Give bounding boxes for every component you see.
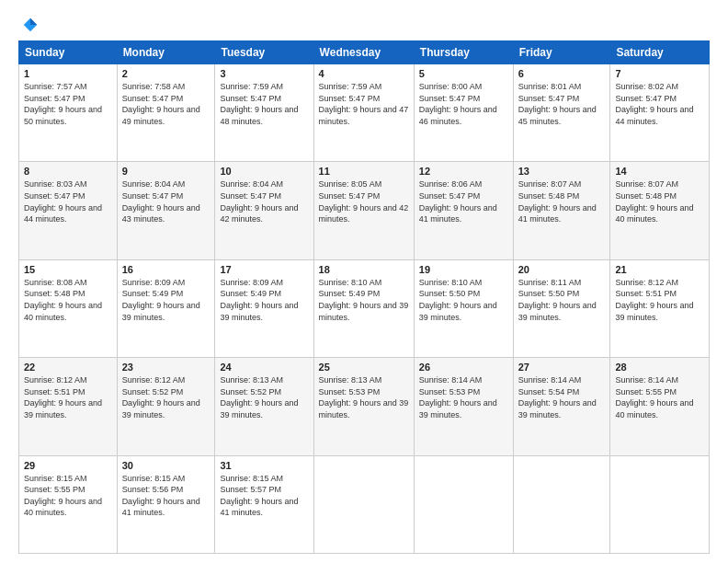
empty-cell: [513, 455, 610, 553]
day-detail: Sunrise: 8:09 AMSunset: 5:49 PMDaylight:…: [122, 277, 210, 323]
day-cell-8: 8 Sunrise: 8:03 AMSunset: 5:47 PMDayligh…: [19, 162, 118, 259]
day-number: 4: [319, 68, 409, 79]
day-cell-6: 6 Sunrise: 8:01 AMSunset: 5:47 PMDayligh…: [513, 64, 610, 162]
day-detail: Sunrise: 8:00 AMSunset: 5:47 PMDaylight:…: [419, 81, 508, 127]
day-cell-4: 4 Sunrise: 7:59 AMSunset: 5:47 PMDayligh…: [313, 64, 414, 162]
day-number: 30: [122, 460, 210, 471]
day-detail: Sunrise: 8:12 AMSunset: 5:51 PMDaylight:…: [615, 277, 704, 323]
day-cell-17: 17 Sunrise: 8:09 AMSunset: 5:49 PMDaylig…: [215, 259, 313, 357]
day-number: 8: [24, 166, 112, 177]
day-detail: Sunrise: 8:14 AMSunset: 5:53 PMDaylight:…: [419, 374, 508, 420]
day-detail: Sunrise: 8:15 AMSunset: 5:55 PMDaylight:…: [24, 473, 112, 519]
day-detail: Sunrise: 8:11 AMSunset: 5:50 PMDaylight:…: [518, 277, 606, 323]
day-cell-19: 19 Sunrise: 8:10 AMSunset: 5:50 PMDaylig…: [414, 259, 513, 357]
day-number: 16: [122, 264, 210, 275]
day-detail: Sunrise: 8:04 AMSunset: 5:47 PMDaylight:…: [122, 178, 210, 224]
svg-marker-1: [30, 18, 37, 25]
day-cell-7: 7 Sunrise: 8:02 AMSunset: 5:47 PMDayligh…: [610, 64, 710, 162]
day-cell-14: 14 Sunrise: 8:07 AMSunset: 5:48 PMDaylig…: [610, 162, 710, 259]
day-detail: Sunrise: 8:10 AMSunset: 5:49 PMDaylight:…: [319, 277, 409, 323]
day-number: 29: [24, 460, 112, 471]
day-number: 18: [319, 264, 409, 275]
day-number: 15: [24, 264, 112, 275]
day-cell-18: 18 Sunrise: 8:10 AMSunset: 5:49 PMDaylig…: [313, 259, 414, 357]
day-cell-9: 9 Sunrise: 8:04 AMSunset: 5:47 PMDayligh…: [117, 162, 215, 259]
day-cell-23: 23 Sunrise: 8:12 AMSunset: 5:52 PMDaylig…: [117, 358, 215, 455]
day-cell-15: 15 Sunrise: 8:08 AMSunset: 5:48 PMDaylig…: [19, 259, 118, 357]
col-header-sunday: Sunday: [19, 41, 118, 64]
day-number: 9: [122, 166, 210, 177]
col-header-wednesday: Wednesday: [313, 41, 414, 64]
day-number: 2: [122, 68, 210, 79]
day-number: 22: [24, 362, 112, 373]
col-header-monday: Monday: [117, 41, 215, 64]
day-cell-26: 26 Sunrise: 8:14 AMSunset: 5:53 PMDaylig…: [414, 358, 513, 455]
day-cell-13: 13 Sunrise: 8:07 AMSunset: 5:48 PMDaylig…: [513, 162, 610, 259]
day-detail: Sunrise: 8:13 AMSunset: 5:52 PMDaylight:…: [220, 374, 308, 420]
day-cell-24: 24 Sunrise: 8:13 AMSunset: 5:52 PMDaylig…: [215, 358, 313, 455]
calendar-header-row: SundayMondayTuesdayWednesdayThursdayFrid…: [19, 41, 710, 64]
day-detail: Sunrise: 7:57 AMSunset: 5:47 PMDaylight:…: [24, 81, 112, 127]
day-number: 23: [122, 362, 210, 373]
day-number: 25: [319, 362, 409, 373]
day-number: 3: [220, 68, 308, 79]
day-detail: Sunrise: 8:01 AMSunset: 5:47 PMDaylight:…: [518, 81, 606, 127]
day-detail: Sunrise: 8:07 AMSunset: 5:48 PMDaylight:…: [615, 178, 704, 224]
week-row-2: 8 Sunrise: 8:03 AMSunset: 5:47 PMDayligh…: [19, 162, 710, 259]
day-cell-5: 5 Sunrise: 8:00 AMSunset: 5:47 PMDayligh…: [414, 64, 513, 162]
day-detail: Sunrise: 8:02 AMSunset: 5:47 PMDaylight:…: [615, 81, 704, 127]
day-cell-12: 12 Sunrise: 8:06 AMSunset: 5:47 PMDaylig…: [414, 162, 513, 259]
day-number: 31: [220, 460, 308, 471]
day-number: 10: [220, 166, 308, 177]
day-cell-10: 10 Sunrise: 8:04 AMSunset: 5:47 PMDaylig…: [215, 162, 313, 259]
day-cell-1: 1 Sunrise: 7:57 AMSunset: 5:47 PMDayligh…: [19, 64, 118, 162]
day-number: 20: [518, 264, 606, 275]
day-number: 6: [518, 68, 606, 79]
day-detail: Sunrise: 8:12 AMSunset: 5:52 PMDaylight:…: [122, 374, 210, 420]
week-row-4: 22 Sunrise: 8:12 AMSunset: 5:51 PMDaylig…: [19, 358, 710, 455]
day-detail: Sunrise: 8:13 AMSunset: 5:53 PMDaylight:…: [319, 374, 409, 420]
day-number: 28: [615, 362, 704, 373]
day-detail: Sunrise: 7:59 AMSunset: 5:47 PMDaylight:…: [220, 81, 308, 127]
day-number: 14: [615, 166, 704, 177]
day-detail: Sunrise: 8:08 AMSunset: 5:48 PMDaylight:…: [24, 277, 112, 323]
day-cell-25: 25 Sunrise: 8:13 AMSunset: 5:53 PMDaylig…: [313, 358, 414, 455]
day-number: 13: [518, 166, 606, 177]
day-detail: Sunrise: 7:59 AMSunset: 5:47 PMDaylight:…: [319, 81, 409, 127]
day-cell-28: 28 Sunrise: 8:14 AMSunset: 5:55 PMDaylig…: [610, 358, 710, 455]
week-row-1: 1 Sunrise: 7:57 AMSunset: 5:47 PMDayligh…: [19, 64, 710, 162]
day-detail: Sunrise: 8:04 AMSunset: 5:47 PMDaylight:…: [220, 178, 308, 224]
empty-cell: [414, 455, 513, 553]
day-number: 21: [615, 264, 704, 275]
day-detail: Sunrise: 8:07 AMSunset: 5:48 PMDaylight:…: [518, 178, 606, 224]
day-cell-16: 16 Sunrise: 8:09 AMSunset: 5:49 PMDaylig…: [117, 259, 215, 357]
logo-icon: [22, 17, 39, 33]
day-number: 24: [220, 362, 308, 373]
col-header-tuesday: Tuesday: [215, 41, 313, 64]
calendar-table: SundayMondayTuesdayWednesdayThursdayFrid…: [18, 40, 710, 554]
col-header-friday: Friday: [513, 41, 610, 64]
day-cell-2: 2 Sunrise: 7:58 AMSunset: 5:47 PMDayligh…: [117, 64, 215, 162]
day-cell-29: 29 Sunrise: 8:15 AMSunset: 5:55 PMDaylig…: [19, 455, 118, 553]
empty-cell: [313, 455, 414, 553]
logo: [18, 17, 39, 33]
day-cell-3: 3 Sunrise: 7:59 AMSunset: 5:47 PMDayligh…: [215, 64, 313, 162]
day-number: 26: [419, 362, 508, 373]
day-detail: Sunrise: 8:15 AMSunset: 5:56 PMDaylight:…: [122, 473, 210, 519]
day-detail: Sunrise: 8:12 AMSunset: 5:51 PMDaylight:…: [24, 374, 112, 420]
empty-cell: [610, 455, 710, 553]
day-detail: Sunrise: 8:15 AMSunset: 5:57 PMDaylight:…: [220, 473, 308, 519]
day-number: 17: [220, 264, 308, 275]
day-number: 5: [419, 68, 508, 79]
day-cell-21: 21 Sunrise: 8:12 AMSunset: 5:51 PMDaylig…: [610, 259, 710, 357]
day-number: 7: [615, 68, 704, 79]
day-number: 1: [24, 68, 112, 79]
day-detail: Sunrise: 7:58 AMSunset: 5:47 PMDaylight:…: [122, 81, 210, 127]
day-cell-30: 30 Sunrise: 8:15 AMSunset: 5:56 PMDaylig…: [117, 455, 215, 553]
day-number: 19: [419, 264, 508, 275]
day-cell-20: 20 Sunrise: 8:11 AMSunset: 5:50 PMDaylig…: [513, 259, 610, 357]
day-cell-11: 11 Sunrise: 8:05 AMSunset: 5:47 PMDaylig…: [313, 162, 414, 259]
day-detail: Sunrise: 8:09 AMSunset: 5:49 PMDaylight:…: [220, 277, 308, 323]
week-row-5: 29 Sunrise: 8:15 AMSunset: 5:55 PMDaylig…: [19, 455, 710, 553]
col-header-saturday: Saturday: [610, 41, 710, 64]
